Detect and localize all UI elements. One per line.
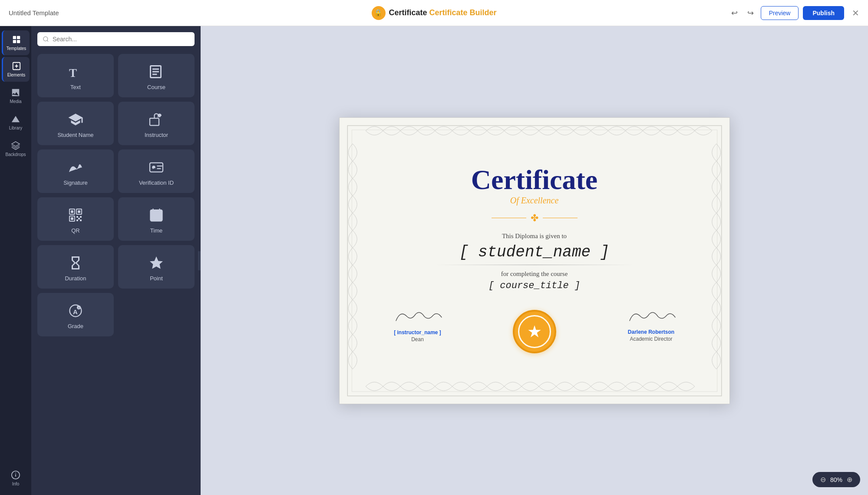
zoom-out-button[interactable]: ⊖: [818, 475, 828, 485]
cert-medal-inner: ★: [518, 315, 551, 348]
svg-point-12: [15, 473, 16, 474]
svg-marker-9: [12, 142, 20, 146]
book-icon: [149, 64, 164, 80]
svg-rect-29: [80, 219, 82, 221]
preview-button[interactable]: Preview: [761, 6, 799, 20]
element-label-verification-id: Verification ID: [139, 179, 174, 186]
svg-text:+: +: [78, 306, 80, 309]
cert-sig-name-right: Darlene Robertson: [628, 329, 674, 335]
svg-rect-28: [76, 219, 78, 221]
element-label-duration: Duration: [65, 275, 86, 282]
element-card-point[interactable]: Point: [118, 245, 195, 289]
time-icon: [149, 207, 164, 223]
ornament-line-right: [543, 218, 578, 219]
cert-sig-name-left: [ instructor_name ]: [394, 329, 441, 336]
chart-icon: [149, 255, 164, 271]
svg-marker-8: [12, 116, 20, 123]
certificate-content: Certificate Of Excellence ✤ This Diploma…: [340, 118, 729, 404]
cert-footer: [ instructor_name ] Dean ★: [374, 308, 695, 355]
svg-rect-0: [13, 36, 16, 39]
ornament-line-left: [492, 218, 526, 219]
cert-sig-cursive-left: [392, 308, 444, 327]
sidebar-item-templates[interactable]: Templates: [2, 30, 30, 55]
svg-rect-21: [71, 210, 73, 213]
brand: 🔒 Certificate Certificate Builder: [371, 6, 496, 20]
element-label-signature: Signature: [63, 179, 88, 186]
element-card-instructor[interactable]: Instructor: [118, 102, 195, 145]
element-label-instructor: Instructor: [145, 132, 168, 138]
element-label-course: Course: [147, 84, 165, 90]
certificate[interactable]: Certificate Of Excellence ✤ This Diploma…: [339, 117, 730, 404]
icon-nav: Templates Elements Media Library Backdro…: [0, 26, 31, 495]
triangle-icon: [11, 114, 20, 124]
sidebar-label-media: Media: [10, 99, 21, 104]
search-wrap: [37, 32, 195, 46]
svg-point-13: [43, 37, 48, 41]
svg-text:T: T: [69, 66, 77, 80]
sidebar-item-library[interactable]: Library: [2, 110, 30, 135]
sidebar-label-elements: Elements: [7, 73, 26, 77]
text-icon: T: [68, 64, 83, 80]
cert-signatory-left: [ instructor_name ] Dean: [374, 308, 461, 342]
search-icon: [43, 36, 49, 43]
svg-rect-2: [13, 40, 16, 43]
sidebar-item-info[interactable]: Info: [2, 466, 30, 491]
grade-icon: A+: [68, 303, 83, 319]
cert-ornament: ✤: [492, 213, 578, 224]
element-card-text[interactable]: T Text: [37, 54, 114, 97]
image-icon: [11, 88, 20, 97]
element-label-student-name: Student Name: [57, 132, 93, 138]
publish-button[interactable]: Publish: [803, 6, 844, 20]
cert-completing: for completing the course: [501, 270, 568, 278]
zoom-level: 80%: [830, 476, 842, 483]
sidebar-item-backdrops[interactable]: Backdrops: [2, 136, 30, 161]
cert-course-title: [ course_title ]: [488, 280, 580, 291]
brand-label: Certificate Certificate Builder: [389, 8, 496, 17]
sidebar-item-elements[interactable]: Elements: [2, 57, 30, 82]
id-icon: [149, 159, 164, 175]
element-card-course[interactable]: Course: [118, 54, 195, 97]
svg-rect-18: [150, 163, 163, 172]
ornament-symbol: ✤: [531, 213, 538, 224]
brand-builder: Certificate Builder: [429, 8, 497, 17]
cert-signatory-right: Darlene Robertson Academic Director: [608, 308, 695, 342]
svg-rect-23: [78, 210, 80, 213]
cert-sig-role-right: Academic Director: [630, 336, 672, 342]
element-card-duration[interactable]: Duration: [37, 245, 114, 289]
cert-medal-outer: ★: [513, 310, 556, 353]
element-card-grade[interactable]: A+ Grade: [37, 293, 114, 336]
element-card-verification-id[interactable]: Verification ID: [118, 149, 195, 193]
element-label-point: Point: [150, 275, 163, 282]
close-button[interactable]: ✕: [852, 8, 859, 18]
plus-square-icon: [12, 61, 21, 71]
zoom-in-button[interactable]: ⊕: [845, 475, 854, 485]
sidebar-item-media[interactable]: Media: [2, 83, 30, 108]
main-layout: Templates Elements Media Library Backdro…: [0, 26, 868, 495]
undo-button[interactable]: ↩: [729, 6, 740, 20]
topbar-actions: ↩ ↪ Preview Publish ✕: [729, 6, 859, 20]
cert-sig-cursive-right: [625, 308, 677, 326]
sidebar-label-backdrops: Backdrops: [5, 152, 26, 157]
search-bar: [31, 26, 201, 50]
cert-medal-star: ★: [527, 322, 542, 341]
element-card-time[interactable]: Time: [118, 197, 195, 241]
element-card-qr[interactable]: QR: [37, 197, 114, 241]
qr-icon: [68, 207, 83, 223]
grid-icon: [12, 35, 21, 44]
topbar: Untitled Template 🔒 Certificate Certific…: [0, 0, 868, 26]
redo-button[interactable]: ↪: [745, 6, 756, 20]
svg-rect-25: [71, 217, 73, 220]
svg-text:A: A: [73, 308, 78, 315]
search-input[interactable]: [53, 36, 189, 43]
panel-toggle[interactable]: ‹: [198, 251, 201, 270]
element-label-time: Time: [150, 227, 162, 234]
element-card-signature[interactable]: Signature: [37, 149, 114, 193]
svg-rect-16: [150, 118, 159, 126]
svg-rect-3: [17, 40, 20, 43]
element-card-student-name[interactable]: Student Name: [37, 102, 114, 145]
brand-icon: 🔒: [371, 6, 385, 20]
instructor-icon: [149, 112, 164, 127]
signature-icon: [68, 159, 83, 175]
svg-rect-1: [17, 36, 20, 39]
cert-sig-role-left: Dean: [411, 336, 424, 342]
